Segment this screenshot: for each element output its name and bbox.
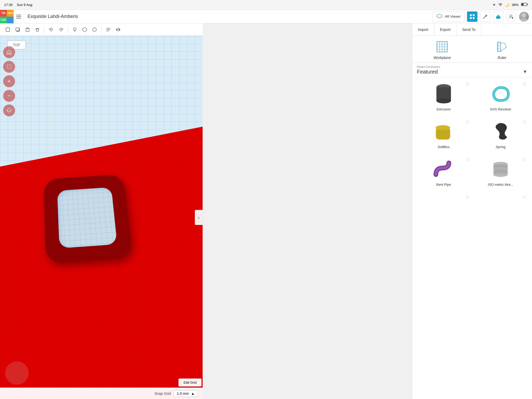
svg-point-19: [93, 28, 96, 31]
left-controls: + −: [3, 46, 15, 116]
shape-inner-cutout: [57, 187, 117, 200]
zoom-in-button[interactable]: +: [3, 75, 15, 87]
copy-button[interactable]: [13, 25, 22, 34]
toolbar-sep-2: [68, 26, 68, 33]
polygon-button[interactable]: [80, 25, 89, 34]
logo-k: KER: [7, 10, 14, 17]
3d-view-button[interactable]: [3, 104, 15, 116]
toolbar-sep-1: [44, 26, 44, 33]
bulb-button[interactable]: [70, 25, 79, 34]
align-button[interactable]: [104, 25, 113, 34]
redo-button[interactable]: [56, 25, 66, 34]
svg-rect-16: [26, 28, 29, 31]
undo-button[interactable]: [46, 25, 56, 34]
tinkercad-logo[interactable]: TIN KER CAD: [0, 10, 14, 23]
logo-c: CAD: [0, 17, 7, 23]
date: Sun 9 Aug: [17, 3, 32, 7]
delete-button[interactable]: [33, 25, 42, 34]
mirror-button[interactable]: [114, 25, 123, 34]
zoom-out-button[interactable]: −: [3, 90, 15, 102]
home-button[interactable]: [3, 46, 15, 58]
project-title[interactable]: Exquisite Lahdi-Amberis: [28, 14, 332, 19]
paste-button[interactable]: [23, 25, 32, 34]
header: TIN KER CAD Exquisite Lahdi-Amberis AR V…: [0, 10, 332, 23]
canvas-area[interactable]: TOP + − Edit Grid Snap Grid 1.0 mm ▲: [0, 36, 203, 200]
logo-extra: [7, 17, 14, 23]
toolbar: [0, 23, 203, 36]
logo-t: TIN: [0, 10, 7, 17]
circle-button[interactable]: [90, 25, 99, 34]
time: 17:30: [4, 3, 13, 7]
svg-point-17: [74, 28, 76, 30]
svg-marker-18: [83, 28, 87, 32]
svg-rect-15: [16, 28, 19, 31]
menu-icon[interactable]: [14, 10, 24, 23]
status-left: 17:30 Sun 9 Aug: [4, 3, 32, 7]
svg-rect-20: [7, 65, 11, 69]
svg-rect-13: [6, 28, 10, 31]
toolbar-sep-3: [101, 26, 102, 33]
status-bar: 17:30 Sun 9 Aug ✈ 🌙 36%: [0, 0, 332, 10]
new-button[interactable]: [3, 25, 12, 34]
fit-view-button[interactable]: [3, 61, 15, 73]
